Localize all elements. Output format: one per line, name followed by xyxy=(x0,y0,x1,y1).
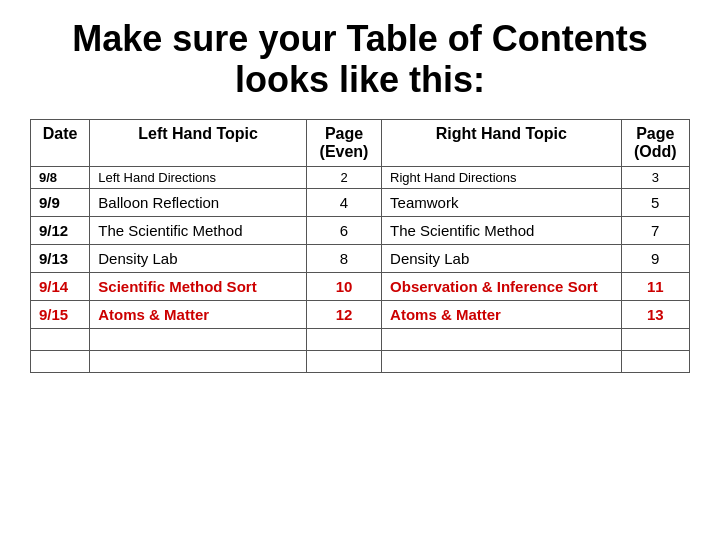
cell-left-topic: The Scientific Method xyxy=(90,216,307,244)
table-row: 9/13Density Lab8Density Lab9 xyxy=(31,244,690,272)
header-date: Date xyxy=(31,119,90,166)
cell-page-odd: 13 xyxy=(621,300,689,328)
cell-page-odd: 5 xyxy=(621,188,689,216)
cell-page-even: 2 xyxy=(306,166,381,188)
table-row xyxy=(31,328,690,350)
cell-right-topic: The Scientific Method xyxy=(382,216,621,244)
cell-date: 9/12 xyxy=(31,216,90,244)
cell-page-even: 4 xyxy=(306,188,381,216)
cell-page-even: 6 xyxy=(306,216,381,244)
table-row: 9/14Scientific Method Sort10Observation … xyxy=(31,272,690,300)
cell-page-odd: 7 xyxy=(621,216,689,244)
header-page-even: Page(Even) xyxy=(306,119,381,166)
cell-date: 9/14 xyxy=(31,272,90,300)
cell-right-topic: Teamwork xyxy=(382,188,621,216)
cell-right-topic: Observation & Inference Sort xyxy=(382,272,621,300)
table-row: 9/9Balloon Reflection4Teamwork5 xyxy=(31,188,690,216)
table-row: 9/12The Scientific Method6The Scientific… xyxy=(31,216,690,244)
table-row: 9/15Atoms & Matter12Atoms & Matter13 xyxy=(31,300,690,328)
cell-left-topic: Scientific Method Sort xyxy=(90,272,307,300)
cell-date: 9/15 xyxy=(31,300,90,328)
cell-date: 9/9 xyxy=(31,188,90,216)
cell-left-topic: Density Lab xyxy=(90,244,307,272)
cell-date: 9/13 xyxy=(31,244,90,272)
cell-right-topic: Atoms & Matter xyxy=(382,300,621,328)
cell-page-odd: 9 xyxy=(621,244,689,272)
header-page-odd: Page(Odd) xyxy=(621,119,689,166)
page-title: Make sure your Table of Contents looks l… xyxy=(72,18,647,101)
table-row xyxy=(31,350,690,372)
cell-page-even: 12 xyxy=(306,300,381,328)
table-header-row: Date Left Hand Topic Page(Even) Right Ha… xyxy=(31,119,690,166)
header-right-topic: Right Hand Topic xyxy=(382,119,621,166)
cell-right-topic: Right Hand Directions xyxy=(382,166,621,188)
page: Make sure your Table of Contents looks l… xyxy=(0,0,720,540)
table-row: 9/8Left Hand Directions2Right Hand Direc… xyxy=(31,166,690,188)
cell-left-topic: Left Hand Directions xyxy=(90,166,307,188)
toc-table: Date Left Hand Topic Page(Even) Right Ha… xyxy=(30,119,690,373)
cell-left-topic: Balloon Reflection xyxy=(90,188,307,216)
cell-page-even: 8 xyxy=(306,244,381,272)
cell-page-even: 10 xyxy=(306,272,381,300)
cell-date: 9/8 xyxy=(31,166,90,188)
cell-right-topic: Density Lab xyxy=(382,244,621,272)
cell-page-odd: 3 xyxy=(621,166,689,188)
cell-left-topic: Atoms & Matter xyxy=(90,300,307,328)
header-left-topic: Left Hand Topic xyxy=(90,119,307,166)
cell-page-odd: 11 xyxy=(621,272,689,300)
